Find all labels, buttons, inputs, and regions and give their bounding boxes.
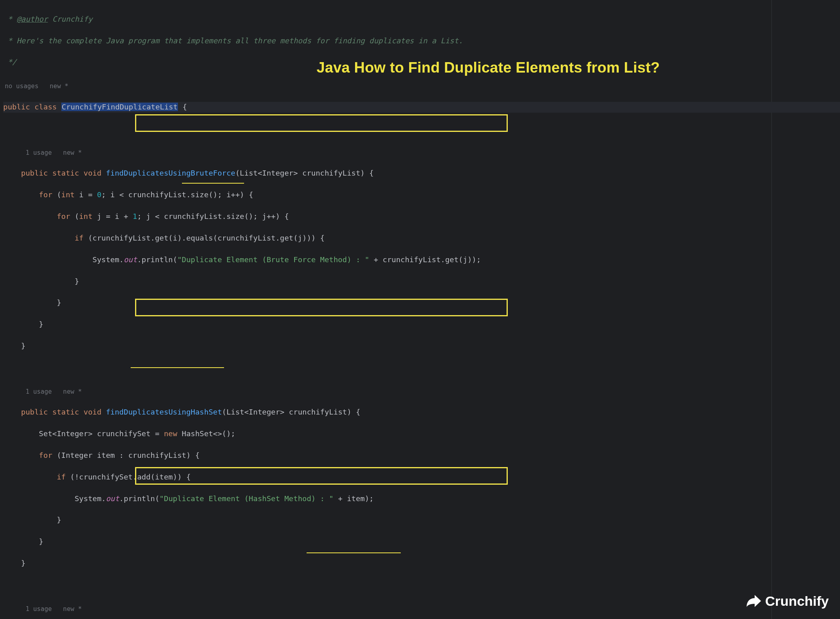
yellow-underline-decoration bbox=[182, 183, 244, 184]
code-line: public static void findDuplicatesUsingBr… bbox=[3, 168, 840, 179]
usage-hint: 1 usage new * bbox=[3, 145, 840, 158]
code-line: if (crunchifyList.get(i).equals(crunchif… bbox=[3, 233, 840, 244]
code-line: } bbox=[3, 276, 840, 287]
javadoc-author-tag: @author bbox=[16, 15, 48, 23]
code-line: for (Integer item : crunchifyList) { bbox=[3, 450, 840, 461]
code-line: } bbox=[3, 536, 840, 547]
tutorial-title-overlay: Java How to Find Duplicate Elements from… bbox=[317, 57, 660, 79]
method-name: findDuplicatesUsingBruteForce bbox=[106, 169, 235, 177]
code-line: System.out.println("Duplicate Element (H… bbox=[3, 494, 840, 504]
code-line: System.out.println("Duplicate Element (B… bbox=[3, 255, 840, 265]
code-line: } bbox=[3, 297, 840, 308]
blank-line bbox=[3, 580, 840, 591]
usage-hint: no usages new * bbox=[3, 79, 840, 91]
brand-icon bbox=[746, 594, 762, 608]
code-line: } bbox=[3, 341, 840, 352]
code-line: * Here's the complete Java program that … bbox=[3, 36, 840, 47]
code-line: Set<Integer> crunchifySet = new HashSet<… bbox=[3, 429, 840, 439]
code-editor[interactable]: * @author Crunchify * Here's the complet… bbox=[0, 0, 840, 619]
code-line: for (int i = 0; i < crunchifyList.size()… bbox=[3, 190, 840, 200]
code-line: if (!crunchifySet.add(item)) { bbox=[3, 472, 840, 483]
blank-line bbox=[3, 362, 840, 373]
code-line: for (int j = i + 1; j < crunchifyList.si… bbox=[3, 211, 840, 222]
javadoc-author-name: Crunchify bbox=[48, 15, 92, 23]
code-line: public static void findDuplicatesUsingHa… bbox=[3, 407, 840, 418]
code-line-current: public class CrunchifyFindDuplicateList … bbox=[3, 102, 840, 113]
blank-line bbox=[3, 123, 840, 134]
usage-hint: 1 usage new * bbox=[3, 601, 840, 614]
brand-watermark: Crunchify bbox=[746, 591, 829, 611]
code-line: * @author Crunchify bbox=[3, 14, 840, 25]
code-line: } bbox=[3, 515, 840, 526]
brand-text: Crunchify bbox=[765, 591, 829, 611]
yellow-underline-decoration bbox=[131, 367, 224, 368]
code-line: } bbox=[3, 319, 840, 330]
code-line: } bbox=[3, 558, 840, 569]
usage-hint: 1 usage new * bbox=[3, 384, 840, 396]
method-name: findDuplicatesUsingHashSet bbox=[106, 408, 222, 416]
yellow-underline-decoration bbox=[307, 552, 401, 553]
class-name-selected[interactable]: CrunchifyFindDuplicateList bbox=[61, 103, 178, 111]
